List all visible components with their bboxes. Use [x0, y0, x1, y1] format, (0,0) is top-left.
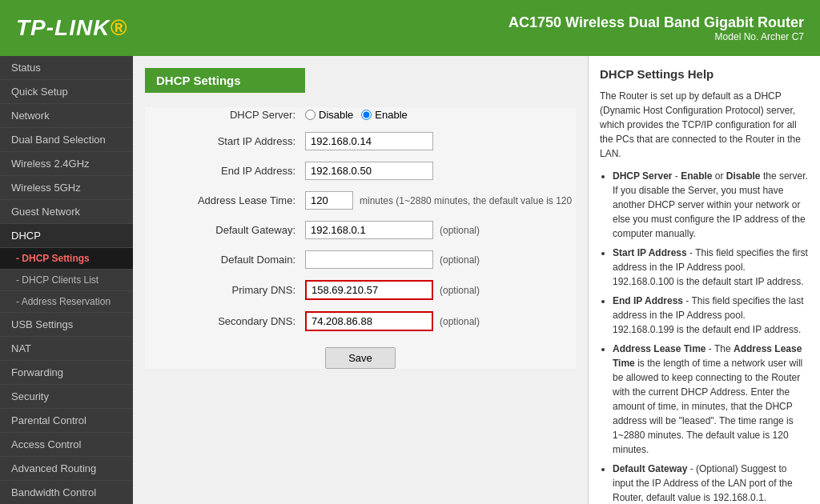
- gateway-note: (optional): [440, 225, 480, 236]
- lease-time-input[interactable]: [305, 191, 353, 210]
- primary-dns-label: Primary DNS:: [145, 284, 305, 296]
- sidebar-item-nat[interactable]: NAT: [0, 337, 133, 361]
- dhcp-settings-form: DHCP Server: Disable Enable Start IP Add…: [145, 107, 576, 369]
- sidebar-item-wireless-24[interactable]: Wireless 2.4GHz: [0, 152, 133, 176]
- help-item-end-ip: End IP Address - This field specifies th…: [613, 294, 809, 337]
- help-item-start-ip: Start IP Address - This field specifies …: [613, 246, 809, 289]
- sidebar-item-status[interactable]: Status: [0, 56, 133, 80]
- sidebar-item-quick-setup[interactable]: Quick Setup: [0, 80, 133, 104]
- secondary-dns-note: (optional): [440, 316, 480, 327]
- primary-dns-input[interactable]: [305, 280, 433, 300]
- logo: TP-LINK®: [16, 15, 127, 41]
- dhcp-disable-radio[interactable]: [305, 110, 316, 120]
- domain-note: (optional): [440, 254, 480, 266]
- header-title: AC1750 Wireless Dual Band Gigabit Router: [508, 14, 804, 31]
- sidebar-item-network[interactable]: Network: [0, 104, 133, 128]
- sidebar: Status Quick Setup Network Dual Band Sel…: [0, 56, 133, 504]
- dhcp-enable-text: Enable: [375, 109, 407, 121]
- sidebar-item-wireless-5[interactable]: Wireless 5GHz: [0, 176, 133, 200]
- dhcp-server-label: DHCP Server:: [145, 109, 305, 121]
- sidebar-item-security[interactable]: Security: [0, 385, 133, 409]
- gateway-row: Default Gateway: (optional): [145, 219, 576, 241]
- dhcp-server-row: DHCP Server: Disable Enable: [145, 107, 576, 122]
- header: TP-LINK® AC1750 Wireless Dual Band Gigab…: [0, 0, 820, 56]
- sidebar-item-bandwidth[interactable]: Bandwidth Control: [0, 481, 133, 504]
- help-panel: DHCP Settings Help The Router is set up …: [588, 56, 820, 504]
- dhcp-disable-label[interactable]: Disable: [305, 109, 353, 121]
- domain-label: Default Domain:: [145, 254, 305, 266]
- header-model: Model No. Archer C7: [508, 31, 804, 42]
- start-ip-row: Start IP Address:: [145, 130, 576, 152]
- help-title: DHCP Settings Help: [600, 67, 809, 81]
- save-button-row: Save: [145, 347, 576, 369]
- help-item-dhcp-server: DHCP Server - Enable or Disable the serv…: [613, 169, 809, 241]
- logo-text: TP-LINK®: [16, 15, 127, 40]
- sidebar-item-dual-band[interactable]: Dual Band Selection: [0, 128, 133, 152]
- main-content: DHCP Settings DHCP Server: Disable Enabl…: [133, 56, 588, 504]
- dhcp-enable-radio[interactable]: [361, 110, 372, 120]
- help-intro: The Router is set up by default as a DHC…: [600, 89, 809, 161]
- help-list: DHCP Server - Enable or Disable the serv…: [600, 169, 809, 504]
- lease-time-row: Address Lease Time: minutes (1~2880 minu…: [145, 190, 576, 211]
- domain-row: Default Domain: (optional): [145, 249, 576, 270]
- primary-dns-row: Primary DNS: (optional): [145, 278, 576, 302]
- secondary-dns-row: Secondary DNS: (optional): [145, 310, 576, 333]
- end-ip-row: End IP Address:: [145, 160, 576, 182]
- end-ip-input[interactable]: [305, 162, 433, 180]
- page-heading: DHCP Settings: [145, 68, 305, 93]
- sidebar-sub-dhcp-settings[interactable]: - DHCP Settings: [0, 248, 133, 270]
- end-ip-label: End IP Address:: [145, 165, 305, 177]
- sidebar-item-parental[interactable]: Parental Control: [0, 409, 133, 433]
- sidebar-sub-address-reservation[interactable]: - Address Reservation: [0, 291, 133, 313]
- sidebar-item-advanced-routing[interactable]: Advanced Routing: [0, 457, 133, 481]
- dhcp-server-radio-group: Disable Enable: [305, 109, 408, 121]
- gateway-input[interactable]: [305, 221, 433, 239]
- primary-dns-note: (optional): [440, 285, 480, 296]
- sidebar-item-access-control[interactable]: Access Control: [0, 433, 133, 457]
- start-ip-label: Start IP Address:: [145, 135, 305, 147]
- logo-dot: ®: [110, 15, 127, 40]
- layout: Status Quick Setup Network Dual Band Sel…: [0, 56, 820, 504]
- domain-input[interactable]: [305, 250, 433, 269]
- dhcp-enable-label[interactable]: Enable: [361, 109, 407, 121]
- secondary-dns-label: Secondary DNS:: [145, 315, 305, 327]
- sidebar-sub-dhcp-clients[interactable]: - DHCP Clients List: [0, 270, 133, 291]
- save-button[interactable]: Save: [325, 347, 396, 369]
- sidebar-item-dhcp[interactable]: DHCP: [0, 224, 133, 248]
- sidebar-item-forwarding[interactable]: Forwarding: [0, 361, 133, 385]
- lease-time-label: Address Lease Time:: [145, 194, 305, 206]
- sidebar-item-usb[interactable]: USB Settings: [0, 313, 133, 337]
- start-ip-input[interactable]: [305, 132, 433, 150]
- help-item-lease-time: Address Lease Time - The Address Lease T…: [613, 342, 809, 457]
- secondary-dns-input[interactable]: [305, 311, 433, 331]
- gateway-label: Default Gateway:: [145, 224, 305, 236]
- sidebar-item-guest-network[interactable]: Guest Network: [0, 200, 133, 224]
- header-right: AC1750 Wireless Dual Band Gigabit Router…: [508, 14, 804, 42]
- lease-time-note: minutes (1~2880 minutes, the default val…: [360, 195, 572, 206]
- dhcp-disable-text: Disable: [319, 109, 353, 121]
- help-item-gateway: Default Gateway - (Optional) Suggest to …: [613, 462, 809, 504]
